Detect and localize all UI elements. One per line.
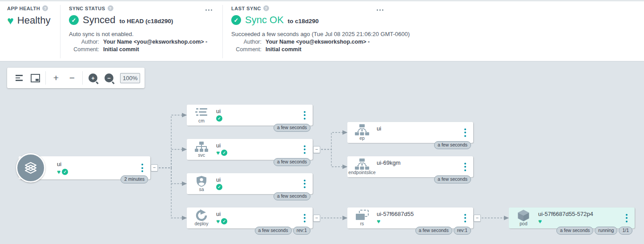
app-health-label-text: APP HEALTH: [7, 6, 40, 11]
resource-status-icons: ♥: [377, 218, 380, 224]
zoom-out-button[interactable]: −: [64, 70, 80, 85]
node-sa[interactable]: sa ui ✓ a few seconds: [187, 173, 313, 194]
synced-check-icon: ✓: [216, 115, 222, 122]
comment-value: Initial commit: [103, 46, 139, 53]
node-ep[interactable]: ep ui a few seconds: [347, 122, 473, 143]
resource-kind-label: cm: [187, 118, 216, 123]
node-badge: a few seconds: [274, 192, 310, 200]
node-badge: rev:1: [454, 227, 471, 235]
resource-title: ui: [216, 211, 221, 217]
resource-kind-label: endpointslice: [348, 170, 376, 175]
kebab-menu-icon[interactable]: [463, 212, 467, 224]
node-badge: a few seconds: [255, 227, 292, 235]
resource-badges: a few seconds: [274, 192, 310, 200]
sync-status-ellipsis-menu-icon[interactable]: [204, 8, 214, 12]
panel-sync-status: SYNC STATUS ? ✓ Synced to HEAD (c18d290)…: [69, 5, 207, 53]
kebab-menu-icon[interactable]: [140, 163, 145, 174]
node-svc[interactable]: svc ui ♥✓ a few seconds −: [187, 139, 313, 160]
zoom-in-button[interactable]: +: [48, 70, 64, 85]
resource-badges: a few secondsrev:1: [415, 227, 471, 235]
resource-badges: 2 minutes: [121, 175, 148, 183]
sync-status-label-text: SYNC STATUS: [69, 6, 105, 11]
kebab-menu-icon[interactable]: [302, 178, 307, 189]
help-icon[interactable]: ?: [42, 5, 48, 11]
resource-title: ui: [216, 142, 221, 149]
help-icon[interactable]: ?: [108, 5, 113, 11]
synced-check-icon: ✓: [221, 150, 227, 156]
sync-status-label: SYNC STATUS ?: [69, 5, 207, 11]
collapse-handle[interactable]: −: [474, 215, 481, 222]
comment-value: Initial commit: [266, 46, 302, 53]
node-badge: a few seconds: [434, 175, 471, 183]
plus-icon: +: [53, 73, 59, 83]
resource-status-icons: ✓: [216, 115, 222, 122]
kebab-menu-icon[interactable]: [624, 212, 629, 224]
magnify-in-button[interactable]: +: [85, 70, 101, 85]
node-pod[interactable]: pod ui-57f6687d55-572p4 ♥ a few secondsr…: [509, 207, 635, 228]
kebab-menu-icon[interactable]: [302, 144, 307, 155]
magnify-out-button[interactable]: −: [101, 70, 117, 85]
node-cm[interactable]: cm ui ✓ a few seconds: [187, 105, 313, 126]
layout-list-icon: [16, 75, 23, 81]
resource-kind-label: svc: [187, 152, 216, 158]
check-circle-icon: ✓: [69, 15, 79, 25]
minus-icon: −: [69, 73, 75, 83]
resource-title: ui-57f6687d55-572p4: [538, 211, 593, 217]
node-badge: a few seconds: [415, 227, 452, 235]
author-label: Author:: [69, 39, 99, 45]
heart-icon: ♥: [7, 16, 14, 25]
health-heart-icon: ♥: [377, 218, 380, 224]
kebab-menu-icon[interactable]: [463, 161, 467, 172]
health-heart-icon: ♥: [57, 169, 60, 175]
panel-divider: [60, 5, 60, 58]
node-badge: a few seconds: [434, 141, 471, 149]
comment-label: Comment:: [231, 46, 262, 53]
kebab-menu-icon[interactable]: [463, 127, 467, 138]
node-badge: 2 minutes: [121, 175, 148, 183]
resource-title: ui: [377, 125, 381, 132]
node-rs[interactable]: rs ui-57f6687d55 ♥ a few secondsrev:1 −: [347, 207, 473, 228]
kebab-menu-icon[interactable]: [302, 110, 307, 121]
resource-status-icons: ✓: [216, 183, 222, 190]
fit-to-screen-icon: [31, 74, 40, 82]
app-health-status: Healthy: [17, 15, 51, 26]
collapse-handle[interactable]: −: [313, 215, 320, 222]
resource-kind-label: deploy: [187, 221, 216, 226]
status-bar: APP HEALTH ? ♥ Healthy SYNC STATUS ? ✓ S…: [0, 0, 644, 61]
node-badge: a few seconds: [556, 227, 593, 235]
layout-list-button[interactable]: [12, 70, 27, 85]
resource-badges: a few seconds: [274, 124, 310, 132]
rs-icon: [352, 210, 372, 221]
sync-status-value: Synced: [83, 14, 115, 26]
help-icon[interactable]: ?: [263, 5, 269, 11]
resource-status-icons: ♥✓: [57, 168, 68, 175]
deploy-icon: [191, 210, 212, 221]
resource-badges: a few secondsrev:1: [255, 227, 310, 235]
resource-title: ui-57f6687d55: [377, 211, 414, 217]
resource-badges: a few seconds: [434, 175, 471, 183]
resource-badges: a few secondsrunning1/1: [556, 227, 632, 235]
last-sync-ellipsis-menu-icon[interactable]: [375, 8, 385, 12]
application-icon: [16, 153, 45, 183]
node-endpointslice[interactable]: endpointslice ui-69kgm a few seconds: [347, 156, 473, 177]
kebab-menu-icon[interactable]: [302, 212, 307, 224]
sa-icon: [191, 175, 212, 187]
fit-to-screen-button[interactable]: [28, 70, 43, 85]
zoom-level-value[interactable]: 100%: [120, 73, 140, 83]
node-app[interactable]: ui ♥✓ 2 minutes −: [19, 156, 150, 179]
svc-icon: [191, 141, 212, 152]
author-value: Your Name <you@eksworkshop.com> -: [266, 39, 370, 45]
health-heart-icon: ♥: [216, 218, 220, 224]
collapse-handle[interactable]: −: [313, 146, 320, 153]
node-badge: a few seconds: [274, 124, 310, 132]
health-heart-icon: ♥: [538, 218, 542, 224]
node-deploy[interactable]: deploy ui ♥✓ a few secondsrev:1 −: [187, 207, 313, 228]
resource-badges: a few seconds: [434, 141, 471, 149]
cm-icon: [191, 107, 212, 118]
resource-kind-label: ep: [348, 135, 376, 141]
last-sync-label-text: LAST SYNC: [231, 6, 261, 11]
sync-status-target: to HEAD (c18d290): [119, 18, 173, 24]
resource-title: ui: [216, 108, 221, 114]
last-sync-target: to c18d290: [288, 18, 319, 24]
collapse-handle[interactable]: −: [151, 164, 158, 171]
